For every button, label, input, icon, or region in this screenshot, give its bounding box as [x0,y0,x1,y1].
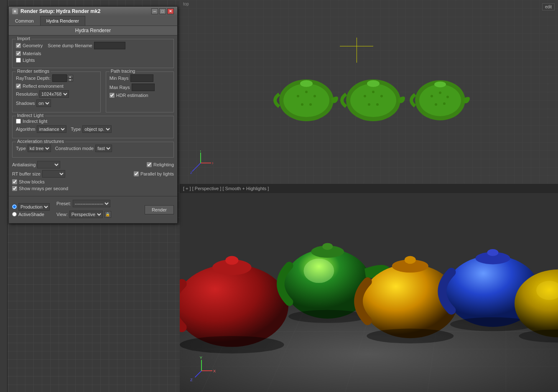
svg-point-43 [180,336,284,354]
axis-lines-top: X Y Z [188,150,213,176]
svg-point-17 [419,84,461,116]
tab-common[interactable]: Common [9,16,40,25]
materials-label: Materials [23,51,41,56]
raytrace-row: RayTrace Depth: 4 ▲ ▼ [16,74,97,82]
svg-point-11 [372,91,375,93]
lights-checkbox[interactable] [16,58,21,63]
max-rays-label: Max Rays [110,85,130,90]
indirect-light-checkbox[interactable] [16,119,21,124]
view-select[interactable]: Perspective [69,211,103,218]
tab-bar: Common Hydra Renderer [9,16,177,26]
production-radio[interactable] [12,204,17,209]
geometry-label: Geometry [23,43,43,48]
geometry-checkbox[interactable] [16,43,21,48]
rt-buffer-label: RT buffer size [12,171,41,176]
lock-button[interactable]: 🔒 [104,211,111,218]
dialog-title: Render Setup: Hydra Render mk2 [20,8,100,14]
indirect-light-label: Indirect Light [16,113,45,118]
geometry-row: Geometry Scene dump filename C:/[Derp]/p… [16,42,170,49]
left-strip [0,0,8,392]
svg-text:Y: Y [200,356,203,360]
resolution-label: Resolution [16,92,38,97]
antialiasing-row: Antialiasing Relighting [12,161,174,168]
show-mrays-checkbox[interactable] [12,186,17,191]
svg-point-52 [367,328,454,343]
materials-checkbox[interactable] [16,51,21,56]
reflect-env-row: Reflect environment [16,84,97,89]
show-blocks-checkbox[interactable] [12,179,17,184]
resolution-select[interactable]: 1024x768 [39,90,69,98]
app-icon: R [12,8,18,14]
max-rays-input[interactable]: 500 [132,84,155,91]
svg-point-48 [288,310,367,323]
accel-type-select[interactable]: kd tree [28,145,51,152]
render-button[interactable]: Render [145,205,174,214]
type-label: Type [71,127,81,132]
raytrace-spin-down[interactable]: ▼ [67,78,73,81]
relighting-checkbox[interactable] [147,162,152,167]
algorithm-select[interactable]: irradiance [37,125,66,133]
svg-point-9 [350,84,396,117]
svg-point-47 [322,243,333,250]
shadows-row: Shadows on [16,99,97,107]
restore-button[interactable]: □ [159,8,166,14]
teapots-3d-svg: X Y Z [180,193,558,392]
construction-mode-select[interactable]: fast [95,145,112,152]
svg-point-2 [297,95,299,97]
antialiasing-select[interactable] [37,161,60,168]
production-select[interactable]: Production [18,203,50,211]
viewport-top[interactable]: top edit [180,0,558,184]
resolution-row: Resolution 1024x768 [16,90,97,98]
dialog-bottom: Production ActiveShade Preset: ---------… [9,196,177,223]
hdr-row: HDR estimation [110,93,170,98]
rt-buffer-select[interactable] [42,170,65,178]
minimize-button[interactable]: ─ [151,8,158,14]
svg-point-3 [305,91,308,93]
production-radio-row: Production [12,203,50,211]
svg-point-10 [364,95,366,97]
path-tracing-label: Path tracing [110,69,137,74]
preset-select[interactable]: -------------------- [73,200,110,207]
preset-row: Preset: -------------------- [56,200,111,207]
hdr-checkbox[interactable] [110,93,115,98]
viewport-bottom[interactable]: [ + ] [ Perspective ] [ Smooth + Highlig… [180,184,558,392]
shadows-select[interactable]: on [36,99,51,107]
viewport-top-edit-button[interactable]: edit [542,3,555,10]
raytrace-spin: 4 ▲ ▼ [52,74,73,82]
close-button[interactable]: ✕ [167,8,174,14]
activeshade-label: ActiveShade [18,212,44,217]
svg-point-45 [303,259,334,283]
activeshade-radio[interactable] [12,212,17,216]
scene-dump-input[interactable]: C:/[Derp]/plu [94,42,125,49]
svg-point-13 [368,103,370,106]
materials-row: Materials [16,51,170,56]
accel-type-label: Type [16,146,26,151]
viewport-bottom-bar: [ + ] [ Perspective ] [ Smooth + Highlig… [180,184,558,193]
preset-label: Preset: [56,201,71,206]
parallel-by-lights-checkbox[interactable] [134,171,139,176]
svg-point-40 [180,264,288,347]
activeshade-radio-row: ActiveShade [12,212,50,217]
reflect-env-label: Reflect environment [23,84,64,89]
svg-text:Z: Z [190,171,192,175]
lights-row: Lights [16,58,170,63]
accel-type-row: Type kd tree Construction mode fast [16,145,170,152]
tab-hydra-renderer[interactable]: Hydra Renderer [40,16,85,25]
algorithm-row: Algorithm irradiance Type object sp. [16,125,170,133]
svg-point-1 [283,84,329,117]
view-row: View: Perspective 🔒 [56,211,111,218]
preset-view-group: Preset: -------------------- View: Persp… [56,200,111,220]
teapots-top-svg [273,67,474,134]
svg-point-5 [301,103,303,106]
path-tracing-group: Path tracing Min Rays 8 Max Rays 500 HDR… [106,71,174,112]
raytrace-input[interactable]: 4 [52,74,67,82]
reflect-env-checkbox[interactable] [16,84,21,89]
min-rays-input[interactable]: 8 [130,74,153,82]
raytrace-spin-up[interactable]: ▲ [67,75,73,78]
show-mrays-row: Show mrays per second [12,186,174,191]
svg-point-55 [487,249,498,256]
algorithm-label: Algorithm [16,127,35,132]
dialog-titlebar: R Render Setup: Hydra Render mk2 ─ □ ✕ [9,7,177,16]
svg-text:Z: Z [190,378,193,382]
indirect-type-select[interactable]: object sp. [82,125,112,133]
